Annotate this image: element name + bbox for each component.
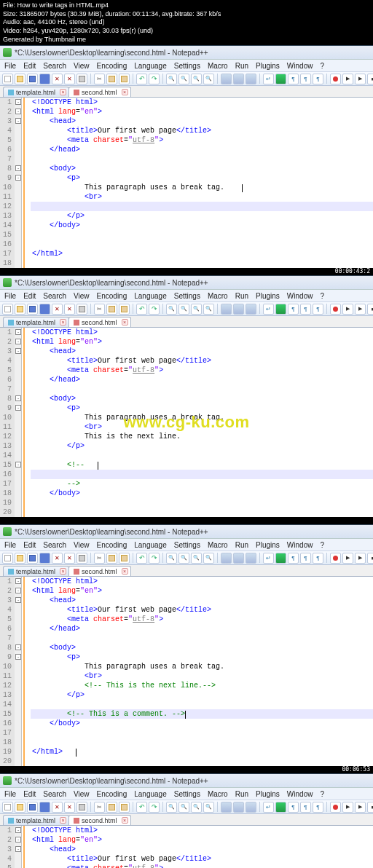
code-line[interactable] bbox=[31, 508, 373, 517]
menu-?[interactable]: ? bbox=[320, 292, 324, 300]
code-line[interactable]: </body> bbox=[31, 489, 373, 498]
menu-window[interactable]: Window bbox=[287, 292, 313, 300]
code-line[interactable]: This paragraph uses a break tag. bbox=[31, 662, 373, 671]
toolbar-play-button[interactable] bbox=[355, 74, 366, 84]
toolbar-find-button[interactable] bbox=[166, 74, 177, 84]
toolbar-play-button[interactable] bbox=[355, 304, 366, 315]
code-line[interactable] bbox=[31, 259, 373, 268]
fold-box-icon[interactable]: - bbox=[15, 597, 21, 603]
code-area[interactable]: <!DOCTYPE html><html lang="en"> <head> <… bbox=[31, 98, 373, 268]
fold-box-icon[interactable]: - bbox=[15, 339, 21, 344]
toolbar-para-button[interactable] bbox=[288, 74, 299, 84]
toolbar-zoom-button[interactable] bbox=[221, 74, 232, 84]
toolbar-copy-button[interactable] bbox=[106, 74, 117, 84]
toolbar-close-button[interactable] bbox=[52, 74, 63, 84]
toolbar-close-button[interactable] bbox=[64, 802, 75, 813]
menu-plugins[interactable]: Plugins bbox=[256, 790, 280, 798]
toolbar-find-button[interactable] bbox=[178, 74, 189, 84]
code-line[interactable]: <html lang="en"> bbox=[31, 586, 373, 596]
menu-language[interactable]: Language bbox=[134, 292, 167, 300]
toolbar-redo-button[interactable] bbox=[149, 74, 160, 84]
code-line[interactable]: <body> bbox=[31, 643, 373, 652]
toolbar-redo-button[interactable] bbox=[149, 304, 160, 315]
menu-view[interactable]: View bbox=[74, 62, 90, 70]
toolbar-undo-button[interactable] bbox=[136, 553, 147, 564]
tab-close-icon[interactable]: × bbox=[60, 89, 66, 95]
toolbar-stop-button[interactable] bbox=[367, 802, 373, 813]
toolbar-new-button[interactable] bbox=[2, 74, 13, 84]
code-line[interactable]: <html lang="en"> bbox=[31, 835, 373, 845]
toolbar-eye-button[interactable] bbox=[275, 74, 286, 84]
tab-close-icon[interactable]: × bbox=[60, 319, 66, 326]
code-line[interactable]: <p> bbox=[31, 652, 373, 662]
code-line[interactable]: <title>Our first web page</title> bbox=[31, 126, 373, 135]
code-line[interactable]: <br> bbox=[31, 422, 373, 432]
toolbar-play-button[interactable] bbox=[355, 553, 366, 564]
code-line[interactable]: <br> bbox=[31, 671, 373, 681]
tab-template[interactable]: template.html× bbox=[3, 317, 69, 327]
code-editor[interactable]: 123456789101112131415161718-----<!DOCTYP… bbox=[0, 98, 373, 268]
fold-box-icon[interactable]: - bbox=[15, 827, 21, 833]
code-line[interactable]: <title>Our first web page</title> bbox=[31, 854, 373, 864]
menu-?[interactable]: ? bbox=[320, 541, 324, 549]
toolbar-find-button[interactable] bbox=[178, 553, 189, 564]
menu-encoding[interactable]: Encoding bbox=[97, 62, 127, 70]
toolbar-para-button[interactable] bbox=[313, 802, 323, 813]
toolbar-copy-button[interactable] bbox=[106, 304, 117, 315]
toolbar-undo-button[interactable] bbox=[136, 304, 147, 315]
menu-plugins[interactable]: Plugins bbox=[256, 292, 280, 300]
toolbar-print-button[interactable] bbox=[76, 304, 87, 315]
menu-run[interactable]: Run bbox=[235, 541, 248, 549]
toolbar-paste-button[interactable] bbox=[119, 553, 130, 564]
toolbar-play-button[interactable] bbox=[342, 304, 353, 315]
fold-box-icon[interactable]: - bbox=[15, 348, 21, 354]
toolbar-new-button[interactable] bbox=[2, 304, 13, 315]
toolbar-para-button[interactable] bbox=[313, 74, 323, 84]
code-line[interactable]: <title>Our first web page</title> bbox=[31, 605, 373, 615]
toolbar-zoom-button[interactable] bbox=[233, 74, 244, 84]
toolbar-wrap-button[interactable] bbox=[263, 553, 274, 564]
code-line[interactable]: <br> bbox=[31, 192, 373, 202]
code-line[interactable]: </p> bbox=[31, 211, 373, 221]
code-line[interactable]: <head> bbox=[31, 596, 373, 605]
fold-box-icon[interactable]: - bbox=[15, 654, 21, 660]
toolbar-find-button[interactable] bbox=[191, 74, 202, 84]
toolbar-zoom-button[interactable] bbox=[221, 802, 232, 813]
toolbar-print-button[interactable] bbox=[76, 802, 87, 813]
menu-?[interactable]: ? bbox=[320, 62, 324, 70]
menu-?[interactable]: ? bbox=[320, 790, 324, 798]
toolbar-new-button[interactable] bbox=[2, 802, 13, 813]
menu-run[interactable]: Run bbox=[235, 790, 248, 798]
menu-view[interactable]: View bbox=[74, 790, 90, 798]
menu-view[interactable]: View bbox=[74, 292, 90, 300]
code-line[interactable]: <p> bbox=[31, 403, 373, 413]
fold-box-icon[interactable]: - bbox=[15, 165, 21, 171]
toolbar-zoom-button[interactable] bbox=[246, 304, 256, 315]
menu-file[interactable]: File bbox=[4, 62, 16, 70]
toolbar-open-button[interactable] bbox=[15, 74, 25, 84]
toolbar-zoom-button[interactable] bbox=[246, 74, 256, 84]
toolbar-cut-button[interactable] bbox=[94, 553, 105, 564]
toolbar-find-button[interactable] bbox=[178, 802, 189, 813]
tab-close-icon[interactable]: × bbox=[122, 89, 128, 95]
tab-second[interactable]: second.html× bbox=[68, 87, 131, 97]
code-line[interactable]: <!-- This is the next line.--> bbox=[31, 681, 373, 690]
toolbar-saveall-button[interactable] bbox=[39, 802, 50, 813]
toolbar-play-button[interactable] bbox=[355, 802, 366, 813]
code-line[interactable]: </body> bbox=[31, 221, 373, 230]
toolbar-open-button[interactable] bbox=[15, 802, 25, 813]
toolbar-find-button[interactable] bbox=[191, 802, 202, 813]
toolbar-para-button[interactable] bbox=[300, 553, 311, 564]
code-line[interactable]: --> bbox=[31, 479, 373, 489]
code-line[interactable]: <html lang="en"> bbox=[31, 107, 373, 117]
toolbar-copy-button[interactable] bbox=[106, 553, 117, 564]
toolbar-zoom-button[interactable] bbox=[233, 304, 244, 315]
menu-search[interactable]: Search bbox=[43, 790, 66, 798]
tab-template[interactable]: template.html× bbox=[3, 566, 69, 576]
fold-box-icon[interactable]: - bbox=[15, 837, 21, 843]
toolbar-find-button[interactable] bbox=[166, 304, 177, 315]
toolbar-close-button[interactable] bbox=[64, 74, 75, 84]
toolbar-saveall-button[interactable] bbox=[39, 553, 50, 564]
code-line[interactable] bbox=[31, 154, 373, 164]
menu-window[interactable]: Window bbox=[287, 790, 313, 798]
